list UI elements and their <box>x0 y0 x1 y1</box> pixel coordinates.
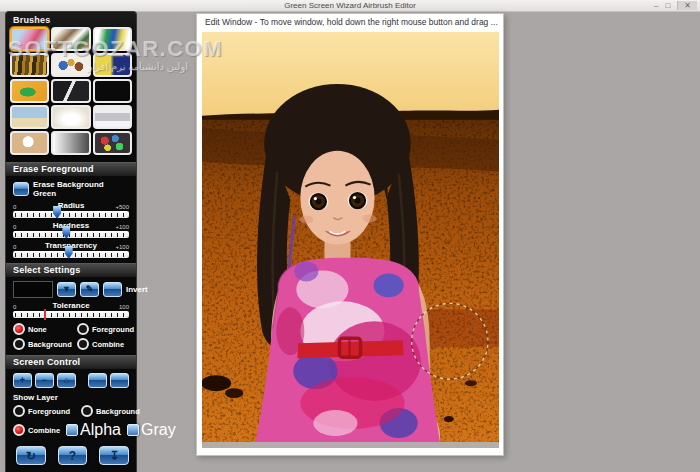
radius-slider[interactable]: 0Radius+500 <box>13 201 129 218</box>
edit-canvas[interactable] <box>202 32 499 448</box>
select-settings-header: Select Settings <box>6 263 136 277</box>
erase-background-green-button[interactable] <box>13 182 29 196</box>
radio-label: Combine <box>28 426 60 435</box>
pencil-icon: ✎ <box>86 285 94 294</box>
layer-foreground-radio[interactable]: Foreground <box>13 405 79 417</box>
pick-color-button[interactable]: ✎ <box>80 282 99 297</box>
hardness-label: Hardness <box>13 221 129 230</box>
tolerance-marker[interactable] <box>44 309 46 320</box>
brush-thumb-yellow-blue-paint[interactable] <box>93 53 132 77</box>
show-layer-label: Show Layer <box>13 393 129 402</box>
checkbox-box <box>127 424 139 436</box>
brush-thumb-green-splash[interactable] <box>10 79 49 103</box>
color-dropdown-button[interactable]: ▼ <box>57 282 76 297</box>
transparency-thumb[interactable] <box>65 246 73 259</box>
brush-thumb-black-suit[interactable] <box>51 79 90 103</box>
erase-foreground-header: Erase Foreground <box>6 162 136 176</box>
radio-dot <box>13 338 25 350</box>
ruler-ticks <box>15 213 127 217</box>
color-swatch[interactable] <box>13 281 53 298</box>
brush-thumb-color-circles[interactable] <box>51 53 90 77</box>
question-icon: ? <box>69 449 76 463</box>
edit-window[interactable]: Edit Window - To move window, hold down … <box>196 13 504 456</box>
tool-sidebar: Brushes Erase Foreground Erase Backgroun… <box>5 11 137 472</box>
select-foreground-radio[interactable]: Foreground <box>77 323 134 335</box>
hardness-slider[interactable]: 0Hardness+100 <box>13 221 129 238</box>
hardness-slider-head: 0Hardness+100 <box>13 221 129 230</box>
zoom-buttons-row: + − ⌂ <box>13 373 129 388</box>
radio-dot <box>13 405 25 417</box>
app-title: Green Screen Wizard Airbrush Editor <box>284 1 416 10</box>
tolerance-ruler[interactable] <box>13 311 129 318</box>
radio-dot <box>81 405 93 417</box>
edit-window-title[interactable]: Edit Window - To move window, hold down … <box>197 14 503 33</box>
radio-dot <box>13 323 25 335</box>
transparency-slider[interactable]: 0Transparency+100 <box>13 241 129 258</box>
layer-background-radio[interactable]: Background <box>81 405 140 417</box>
radius-max: +500 <box>115 204 129 210</box>
radius-thumb[interactable] <box>53 206 61 219</box>
help-button[interactable]: ? <box>58 446 88 465</box>
brush-thumb-white-silk[interactable] <box>51 105 90 129</box>
radio-label: Foreground <box>28 407 70 416</box>
home-icon: ⌂ <box>64 376 69 385</box>
gray-checkbox[interactable]: Gray <box>127 421 176 439</box>
brushes-grid <box>6 26 136 157</box>
brush-thumb-printer[interactable] <box>93 105 132 129</box>
canvas-bottom-strip <box>202 442 499 448</box>
brush-thumb-paint-streak[interactable] <box>93 27 132 51</box>
radio-dot <box>77 338 89 350</box>
zoom-in-button[interactable]: + <box>13 373 32 388</box>
radio-label: Foreground <box>92 325 134 334</box>
ruler-ticks <box>15 233 127 237</box>
brush-thumb-wedding-dress[interactable] <box>93 79 132 103</box>
checkbox-label: Gray <box>141 421 176 439</box>
hardness-ruler[interactable] <box>13 231 129 238</box>
zoom-out-button[interactable]: − <box>35 373 54 388</box>
radio-label: Combine <box>92 340 124 349</box>
radius-ruler[interactable] <box>13 211 129 218</box>
brush-thumb-paint-cans[interactable] <box>93 131 132 155</box>
brush-thumb-beach-palm[interactable] <box>10 105 49 129</box>
tolerance-slider[interactable]: 0 Tolerance 100 <box>13 301 129 318</box>
select-background-radio[interactable]: Background <box>13 338 73 350</box>
erase-sliders: 0Radius+5000Hardness+1000Transparency+10… <box>6 201 136 258</box>
transparency-ruler[interactable] <box>13 251 129 258</box>
chevron-down-icon: ▼ <box>62 285 71 294</box>
refresh-button[interactable]: ↻ <box>16 446 46 465</box>
radius-slider-head: 0Radius+500 <box>13 201 129 210</box>
radio-label: Background <box>96 407 140 416</box>
extra-button-1[interactable] <box>88 373 107 388</box>
transparency-max: +100 <box>115 244 129 250</box>
extra-button-2[interactable] <box>110 373 129 388</box>
select-combine-radio[interactable]: Combine <box>77 338 134 350</box>
brush-thumb-gold-abstract[interactable] <box>10 53 49 77</box>
minimize-button[interactable]: – <box>654 1 658 10</box>
radio-label: None <box>28 325 47 334</box>
save-output-button[interactable]: ↧ <box>99 446 129 465</box>
hardness-max: +100 <box>115 224 129 230</box>
select-tools-row: ▼ ✎ Invert <box>13 281 129 298</box>
brush-thumb-light-bulb[interactable] <box>10 131 49 155</box>
invert-button[interactable] <box>103 282 122 297</box>
brush-thumb-pink-swirl[interactable] <box>10 27 49 51</box>
erase-background-green-row: Erase Background Green <box>13 180 129 198</box>
screen-control-header: Screen Control <box>6 355 136 369</box>
select-none-radio[interactable]: None <box>13 323 73 335</box>
brushes-section-title: Brushes <box>6 12 136 26</box>
ruler-ticks <box>15 313 127 317</box>
maximize-button[interactable]: □ <box>665 1 670 10</box>
brush-thumb-gray-gradient[interactable] <box>51 131 90 155</box>
layer-combine-radio[interactable]: Combine <box>13 424 60 436</box>
brush-thumb-dog-collage[interactable] <box>51 27 90 51</box>
select-mode-radios: NoneForegroundBackgroundCombine <box>13 323 129 350</box>
refresh-icon: ↻ <box>26 449 36 463</box>
radius-label: Radius <box>13 201 129 210</box>
close-button[interactable]: ✕ <box>677 1 697 10</box>
radio-dot <box>77 323 89 335</box>
minus-icon: − <box>42 376 47 385</box>
fit-home-button[interactable]: ⌂ <box>57 373 76 388</box>
alpha-checkbox[interactable]: Alpha <box>66 421 121 439</box>
hardness-thumb[interactable] <box>62 226 70 239</box>
invert-label: Invert <box>126 285 148 294</box>
